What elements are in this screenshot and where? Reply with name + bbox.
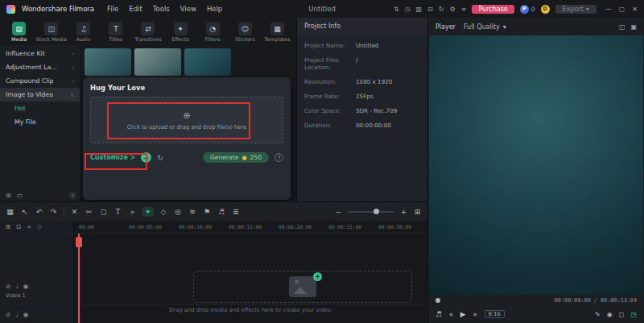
image-to-video-icon[interactable]: ✦ <box>142 207 154 217</box>
generate-button[interactable]: Generate ● 250 <box>203 152 269 163</box>
coins-badge[interactable]: 0 <box>541 5 550 14</box>
folder-icon[interactable]: ▭ <box>17 192 23 199</box>
speed-icon[interactable]: ≋ <box>188 208 197 216</box>
snap-icon[interactable]: Ω <box>16 223 21 230</box>
marker-icon[interactable]: ⚑ <box>203 208 212 216</box>
previous-frame-icon[interactable]: « <box>449 310 453 318</box>
notifications-icon[interactable]: ◷ <box>405 6 411 13</box>
menu-file[interactable]: File <box>107 5 118 13</box>
tab-label: Filters <box>205 36 221 42</box>
add-media-icon[interactable]: + <box>313 272 322 281</box>
detach-player-icon[interactable]: ▣ <box>630 23 637 31</box>
help-icon[interactable]: ? <box>275 153 283 162</box>
split-icon[interactable]: ✂ <box>85 208 93 216</box>
auto-ripple-icon[interactable]: ∞ <box>27 223 31 230</box>
filters-icon: ◔ <box>206 22 220 35</box>
minimize-button[interactable]: — <box>605 6 612 13</box>
media-thumbnail[interactable] <box>134 48 181 76</box>
resources-icon[interactable]: ⊟ <box>427 6 433 13</box>
quality-select[interactable]: Full Quality ▾ <box>464 23 506 31</box>
add-credit-icon[interactable]: + <box>141 152 151 163</box>
maximize-button[interactable]: ▢ <box>619 6 625 13</box>
sidebar-item-compound-clip[interactable]: Compound Clip › <box>0 74 80 88</box>
zoom-out-icon[interactable]: − <box>334 208 343 216</box>
close-button[interactable]: ✕ <box>632 6 638 13</box>
keyframe-icon[interactable]: ◇ <box>37 223 42 230</box>
tab-stock-media[interactable]: ◫ Stock Media <box>35 20 67 43</box>
more-tools-icon[interactable]: » <box>128 208 137 216</box>
tab-titles[interactable]: T Titles <box>100 20 131 43</box>
scrubber-handle[interactable] <box>436 298 440 303</box>
sidebar-item-adjustment-layer[interactable]: Adjustment La... › <box>0 60 80 74</box>
tab-stickers[interactable]: ☺ Stickers <box>229 20 261 43</box>
add-track-icon[interactable]: ⊞ <box>6 223 10 230</box>
voiceover-icon[interactable]: ♬ <box>217 208 226 216</box>
sidebar-item-my-file[interactable]: My File <box>0 115 80 129</box>
render-preview-icon[interactable]: ✎ <box>595 311 601 318</box>
sync-icon[interactable]: ↻ <box>439 6 444 13</box>
volume-icon[interactable]: ♬ <box>436 310 442 318</box>
fit-timeline-icon[interactable]: ⊞ <box>413 208 422 216</box>
sidebar-item-influence-kit[interactable]: Influence Kit › <box>0 47 80 60</box>
shortcuts-icon[interactable]: ≡ <box>461 6 467 13</box>
points-badge[interactable]: P <box>520 5 529 14</box>
purchase-button[interactable]: Purchase <box>472 5 514 14</box>
refresh-icon[interactable]: ↻ <box>157 154 163 162</box>
menu-tools[interactable]: Tools <box>153 5 170 13</box>
crop-icon[interactable]: ◻ <box>99 208 108 216</box>
tab-label: Audio <box>76 36 91 42</box>
text-tool-icon[interactable]: T <box>114 208 122 216</box>
mask-icon[interactable]: ◇ <box>159 208 168 216</box>
play-icon[interactable]: ▶ <box>460 310 466 318</box>
player-scrubber[interactable]: 00:00:00:00 / 00:00:13:04 <box>428 295 644 305</box>
field-value: 25Fps <box>356 93 374 100</box>
mute-icon[interactable]: ♩ <box>15 311 19 318</box>
tab-effects[interactable]: ✦ Effects <box>165 20 196 43</box>
collapse-sidebar-button[interactable]: ‹ <box>69 192 76 199</box>
media-thumbnail[interactable] <box>184 48 231 76</box>
select-tool-icon[interactable]: ↖ <box>20 208 29 216</box>
snapshot-icon[interactable]: ◉ <box>607 311 613 318</box>
playhead-handle[interactable] <box>76 237 82 247</box>
share-icon[interactable]: ⇅ <box>394 6 399 13</box>
delete-icon[interactable]: ✕ <box>70 208 79 216</box>
track-manager-icon[interactable]: ≣ <box>232 208 241 216</box>
crop-preview-icon[interactable]: ◻ <box>619 311 625 318</box>
mute-icon[interactable]: ♩ <box>15 283 19 290</box>
fullscreen-icon[interactable]: ◳ <box>630 311 637 318</box>
zoom-slider-thumb[interactable] <box>374 209 379 214</box>
media-browser-icon[interactable]: ▦ <box>6 208 14 216</box>
next-frame-icon[interactable]: » <box>473 310 477 318</box>
sidebar-item-image-to-video[interactable]: Image to Video ∨ <box>0 88 80 101</box>
export-button[interactable]: Export ▾ <box>555 5 597 14</box>
lock-icon[interactable]: ⊘ <box>6 283 10 290</box>
menu-view[interactable]: View <box>180 5 196 13</box>
hide-icon[interactable]: ◉ <box>23 311 29 318</box>
project-info-body: Project Name: Untitled Project Files Loc… <box>297 35 427 136</box>
aspect-ratio-button[interactable]: 9:16 <box>485 310 505 318</box>
tab-media[interactable]: ▤ Media <box>3 20 35 43</box>
upload-dropzone[interactable]: ⊕ Click to upload or drag and drop file(… <box>90 97 283 143</box>
hide-icon[interactable]: ◉ <box>23 283 29 290</box>
menu-edit[interactable]: Edit <box>129 5 142 13</box>
media-dropzone[interactable]: + <box>193 271 412 303</box>
zoom-in-icon[interactable]: + <box>399 208 408 216</box>
undo-icon[interactable]: ↶ <box>35 208 43 216</box>
chroma-key-icon[interactable]: ◎ <box>174 208 183 216</box>
settings-icon[interactable]: ⚙ <box>450 6 456 13</box>
new-folder-icon[interactable]: ⊞ <box>6 192 11 199</box>
sidebar-item-hot[interactable]: Hot <box>0 101 80 115</box>
panel-layout-icon[interactable]: ▥ <box>416 6 423 13</box>
tab-transitions[interactable]: ⇄ Transitions <box>132 20 163 43</box>
media-thumbnail[interactable] <box>85 48 131 76</box>
tab-audio[interactable]: ♫ Audio <box>68 20 99 43</box>
redo-icon[interactable]: ↷ <box>49 208 58 216</box>
lock-icon[interactable]: ⊘ <box>6 311 10 318</box>
dual-preview-icon[interactable]: ◫ <box>619 23 625 31</box>
tab-templates[interactable]: ▦ Templates <box>262 20 293 43</box>
tab-filters[interactable]: ◔ Filters <box>197 20 229 43</box>
menu-help[interactable]: Help <box>207 5 222 13</box>
customize-link[interactable]: Customize > <box>90 154 135 161</box>
timeline-ruler[interactable]: 00:00 00:00:05:00 00:00:10:00 00:00:15:0… <box>74 221 427 234</box>
zoom-slider[interactable] <box>348 211 394 213</box>
